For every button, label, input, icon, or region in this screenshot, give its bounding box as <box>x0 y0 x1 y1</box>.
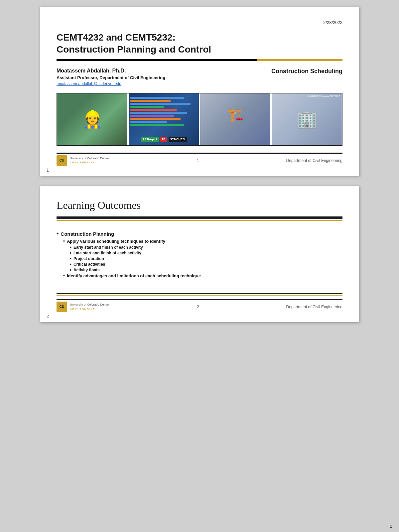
slide-2: Learning Outcomes • Construction Plannin… <box>40 186 359 322</box>
university-logo: CU University of Colorado Denver CU IN T… <box>57 155 110 166</box>
learning-outcomes-title: Learning Outcomes <box>57 199 342 211</box>
synchro-badge: SYNCHRO <box>169 137 187 142</box>
bullet-dot-l3-4: • <box>70 262 71 267</box>
bullet-dot-l3-5: • <box>70 268 71 272</box>
footer-department: Department of Civil Engineering <box>286 158 342 163</box>
navisworks-image <box>272 93 342 145</box>
slide-date: 2/28/2022 <box>57 20 342 25</box>
bullet-dot-l3-3: • <box>70 256 71 261</box>
footer-page-num: 1 <box>197 158 199 163</box>
slide-title: CEMT4232 and CEMT5232: Construction Plan… <box>57 32 342 56</box>
university-name: University of Colorado Denver CU IN THE … <box>70 157 110 164</box>
bullet-late-start: • Late start and finish of each activity <box>70 251 342 255</box>
topic-title: Construction Scheduling <box>271 68 342 75</box>
bullet-critical-activities: • Critical activities <box>70 262 342 267</box>
section-divider-gold <box>57 220 342 221</box>
slide-footer: CU University of Colorado Denver CU IN T… <box>57 153 342 166</box>
instructor-email[interactable]: moatassem.abdallah@ucdenver.edu <box>57 81 165 86</box>
instructor-title: Assistant Professor, Department of Civil… <box>57 75 165 80</box>
bullet-dot-l1: • <box>57 230 59 236</box>
bullet-dot-l2-1: • <box>63 239 65 243</box>
page-corner-number: 1 <box>390 524 392 529</box>
learning-outcomes-content: • Construction Planning • Apply various … <box>57 228 342 283</box>
slide2-footer: CU University of Colorado Denver CU IN T… <box>57 299 342 312</box>
instructor-info: Moatassem Abdallah, Ph.D. Assistant Prof… <box>57 68 165 86</box>
section-divider-black <box>57 216 342 219</box>
bullet-dot-l3-2: • <box>70 251 71 255</box>
footer-divider-gold <box>57 295 342 296</box>
bullet-dot-l2-2: • <box>63 273 65 278</box>
bullet-construction-planning: • Construction Planning <box>57 231 342 237</box>
gantt-lines <box>130 97 197 127</box>
bullet-identify-advantages: • Identify advantages and limitations of… <box>63 273 342 278</box>
slide2-university-name: University of Colorado Denver CU IN THE … <box>70 303 110 311</box>
bullet-early-start: • Early start and finish of each activit… <box>70 245 342 250</box>
worker-image <box>57 93 127 145</box>
bullet-activity-floats: • Activity floats <box>70 268 342 272</box>
slide-number: 1 <box>47 168 49 173</box>
slide-1: 2/28/2022 CEMT4232 and CEMT5232: Constru… <box>40 7 359 176</box>
slide2-footer-page-num: 2 <box>197 305 199 309</box>
instructor-name: Moatassem Abdallah, Ph.D. <box>57 68 165 74</box>
slide2-cu-logo-icon: CU <box>57 302 67 312</box>
p6-badge: P6 <box>160 137 167 142</box>
bullet-dot-l3-1: • <box>70 245 71 250</box>
footer-divider-black <box>57 293 342 294</box>
bullet-scheduling-techniques: • Apply various scheduling techniques to… <box>63 239 342 244</box>
slide2-footer-department: Department of Civil Engineering <box>286 305 342 309</box>
slide2-university-logo: CU University of Colorado Denver CU IN T… <box>57 302 110 312</box>
cu-logo-icon: CU <box>57 155 67 166</box>
instructor-section: Moatassem Abdallah, Ph.D. Assistant Prof… <box>57 68 342 86</box>
bullet-project-duration: • Project duration <box>70 256 342 261</box>
software-badges: P3 Project P6 SYNCHRO <box>129 137 199 142</box>
slide2-number: 2 <box>47 314 49 319</box>
title-divider <box>57 59 342 61</box>
slide2-footer-wrapper: CU University of Colorado Denver CU IN T… <box>57 293 342 312</box>
gantt-image: P3 Project P6 SYNCHRO <box>129 93 199 145</box>
p3-badge: P3 Project <box>141 137 159 142</box>
course-images: P3 Project P6 SYNCHRO <box>57 93 342 146</box>
blueprint-image <box>200 93 270 145</box>
